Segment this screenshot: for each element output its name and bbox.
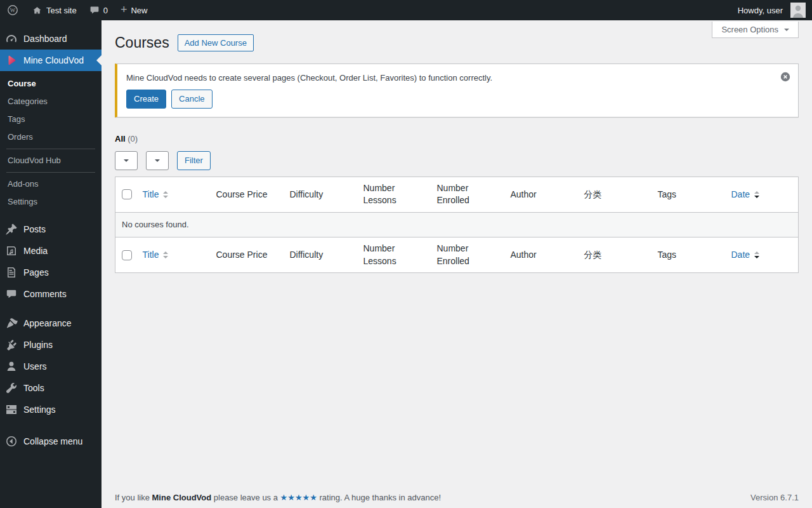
- all-label: All: [115, 134, 126, 144]
- table-nav: Filter: [115, 151, 799, 170]
- screen-options-tab[interactable]: Screen Options: [712, 22, 799, 38]
- setup-notice: Mine CloudVod needs to create several pa…: [115, 64, 799, 117]
- screen-options-label: Screen Options: [721, 25, 778, 34]
- submenu-item-tags[interactable]: Tags: [0, 110, 102, 128]
- column-footer-tags: Tags: [652, 237, 725, 273]
- select-all-checkbox-footer[interactable]: [122, 250, 132, 260]
- menu-separator: [0, 420, 102, 431]
- sidebar-item-users[interactable]: Users: [0, 356, 102, 377]
- column-header-title[interactable]: Title: [136, 177, 210, 212]
- filter-button[interactable]: Filter: [177, 151, 211, 170]
- add-new-course-button[interactable]: Add New Course: [178, 34, 254, 51]
- sort-arrows-icon: [754, 191, 759, 198]
- version-text: Version 6.7.1: [750, 493, 799, 502]
- svg-text:W: W: [10, 7, 16, 13]
- admin-bar-right: Howdy, user: [731, 0, 812, 20]
- media-icon: [5, 244, 18, 257]
- howdy-label: Howdy, user: [738, 6, 783, 15]
- submenu-separator: [6, 149, 95, 149]
- posts-pin-icon: [5, 223, 18, 236]
- sidebar-item-label: Settings: [23, 404, 56, 415]
- comments-icon: [5, 288, 18, 300]
- submenu-item-settings[interactable]: Settings: [0, 193, 102, 211]
- footer-thanks-text: If you like Mine CloudVod please leave u…: [115, 493, 441, 502]
- submenu-item-categories[interactable]: Categories: [0, 93, 102, 110]
- sidebar-item-mine-cloudvod[interactable]: Mine CloudVod: [0, 50, 102, 71]
- column-footer-category: 分类: [578, 237, 652, 273]
- cancel-button[interactable]: Cancle: [171, 90, 212, 109]
- column-footer-number-enrolled: Number Enrolled: [431, 237, 504, 273]
- sidebar-item-label: Posts: [23, 224, 46, 234]
- date-filter-select[interactable]: [146, 151, 169, 170]
- submenu-item-add-ons[interactable]: Add-ons: [0, 175, 102, 193]
- appearance-brush-icon: [5, 317, 18, 330]
- column-header-number-enrolled: Number Enrolled: [431, 177, 504, 212]
- sidebar-item-tools[interactable]: Tools: [0, 377, 102, 399]
- chevron-down-icon: [155, 159, 160, 164]
- column-footer-number-lessons: Number Lessons: [357, 237, 431, 273]
- views-list: All (0): [115, 134, 799, 144]
- bulk-actions-select[interactable]: [115, 151, 138, 170]
- sidebar-item-appearance[interactable]: Appearance: [0, 312, 102, 334]
- column-header-date[interactable]: Date: [725, 177, 799, 212]
- dashboard-icon: [5, 32, 18, 45]
- comments-bubble-icon: [89, 5, 100, 15]
- sidebar-item-media[interactable]: Media: [0, 240, 102, 262]
- pages-icon: [5, 266, 18, 279]
- wordpress-logo-menu[interactable]: W: [0, 0, 25, 20]
- column-header-number-lessons: Number Lessons: [357, 177, 431, 212]
- plus-icon: +: [121, 4, 128, 15]
- new-content-label: New: [131, 6, 147, 15]
- sort-arrows-icon: [163, 251, 168, 258]
- home-icon: [32, 5, 43, 16]
- submenu-item-course[interactable]: Course: [0, 75, 102, 93]
- sort-arrows-icon: [754, 251, 759, 258]
- sidebar-item-comments[interactable]: Comments: [0, 283, 102, 305]
- submenu-item-orders[interactable]: Orders: [0, 128, 102, 146]
- chevron-down-icon: [784, 29, 789, 34]
- select-all-checkbox[interactable]: [122, 189, 132, 199]
- sidebar-item-collapse-menu[interactable]: Collapse menu: [0, 431, 102, 452]
- sidebar-item-label: Tools: [23, 383, 44, 393]
- sidebar-item-label: Users: [23, 361, 47, 371]
- sidebar-item-label: Media: [23, 246, 48, 256]
- comments-menu[interactable]: 0: [83, 0, 114, 20]
- admin-bar-left: W Test site 0 + New: [0, 0, 154, 20]
- sidebar-item-label: Dashboard: [23, 34, 67, 44]
- plugin-name: Mine CloudVod: [152, 493, 212, 502]
- sidebar-item-dashboard[interactable]: Dashboard: [0, 28, 102, 50]
- dismiss-notice-icon[interactable]: [780, 70, 792, 83]
- users-icon: [5, 360, 18, 373]
- admin-footer: If you like Mine CloudVod please leave u…: [102, 493, 812, 502]
- chevron-down-icon: [124, 159, 129, 164]
- new-content-menu[interactable]: + New: [114, 0, 154, 20]
- rating-stars-link[interactable]: ★★★★★: [280, 493, 317, 502]
- column-footer-difficulty: Difficulty: [284, 237, 357, 273]
- sort-arrows-icon: [163, 191, 168, 198]
- my-account-menu[interactable]: Howdy, user: [731, 0, 812, 20]
- all-count: (0): [128, 134, 138, 144]
- comments-count: 0: [103, 6, 108, 15]
- admin-bar: W Test site 0 + New Howdy, user: [0, 0, 812, 20]
- sidebar-item-label: Mine CloudVod: [23, 55, 84, 65]
- menu-separator: [0, 305, 102, 312]
- sidebar-item-label: Pages: [23, 267, 49, 277]
- site-name-menu[interactable]: Test site: [25, 0, 83, 20]
- sidebar-item-settings[interactable]: Settings: [0, 399, 102, 420]
- plugins-plug-icon: [5, 338, 18, 351]
- sidebar-item-pages[interactable]: Pages: [0, 262, 102, 283]
- column-footer-course-price: Course Price: [210, 237, 284, 273]
- collapse-arrow-icon: [5, 435, 18, 448]
- cloudvod-submenu: Course Categories Tags Orders CloudVod H…: [0, 71, 102, 218]
- column-header-difficulty: Difficulty: [284, 177, 357, 212]
- column-footer-title[interactable]: Title: [136, 237, 210, 273]
- create-pages-button[interactable]: Create: [126, 90, 166, 109]
- main-content: Screen Options Courses Add New Course Mi…: [102, 20, 812, 508]
- sidebar-item-posts[interactable]: Posts: [0, 218, 102, 240]
- column-footer-date[interactable]: Date: [725, 237, 799, 273]
- filter-all-link[interactable]: All (0): [115, 134, 138, 144]
- courses-table: Title Course Price Difficulty Number Les…: [115, 177, 799, 274]
- submenu-item-cloudvod-hub[interactable]: CloudVod Hub: [0, 152, 102, 170]
- admin-sidebar: Dashboard Mine CloudVod Course Categorie…: [0, 20, 102, 508]
- sidebar-item-plugins[interactable]: Plugins: [0, 334, 102, 356]
